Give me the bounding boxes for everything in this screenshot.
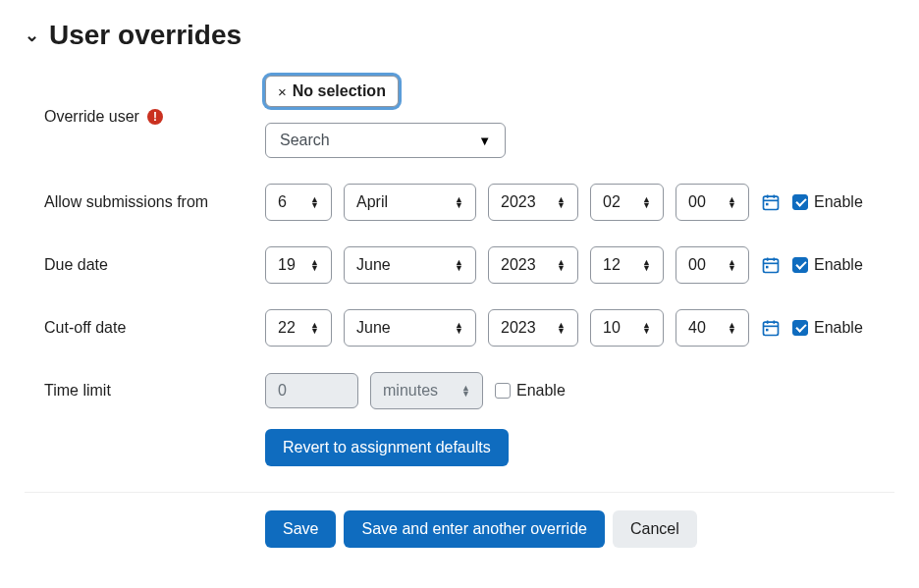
time-limit-enable-checkbox[interactable]: [495, 383, 511, 399]
allow-from-hour-select[interactable]: 02▲▼: [590, 184, 664, 221]
cutoff-minute-select[interactable]: 40▲▼: [676, 309, 749, 347]
user-selection-text: No selection: [293, 82, 386, 100]
due-date-label: Due date: [44, 256, 108, 274]
time-limit-enable-label[interactable]: Enable: [495, 382, 566, 400]
due-date-hour-select[interactable]: 12▲▼: [590, 246, 664, 284]
allow-from-enable-label[interactable]: Enable: [792, 193, 863, 211]
svg-rect-4: [766, 203, 769, 206]
svg-rect-14: [766, 329, 769, 332]
cutoff-enable-checkbox[interactable]: [792, 320, 808, 336]
cutoff-hour-select[interactable]: 10▲▼: [590, 309, 664, 347]
sort-icon: ▲▼: [557, 322, 566, 334]
allow-from-label: Allow submissions from: [44, 193, 208, 211]
override-user-label: Override user: [44, 108, 139, 126]
sort-icon: ▲▼: [728, 322, 736, 334]
allow-from-enable-checkbox[interactable]: [792, 194, 808, 210]
time-limit-unit-select[interactable]: minutes▲▼: [370, 372, 483, 409]
allow-from-month-select[interactable]: April▲▼: [344, 184, 476, 221]
divider: [25, 492, 894, 493]
section-toggle[interactable]: ⌄ User overrides: [25, 20, 894, 51]
chevron-down-icon: ⌄: [25, 27, 39, 44]
save-button[interactable]: Save: [265, 510, 336, 548]
sort-icon: ▲▼: [455, 322, 463, 334]
due-date-minute-select[interactable]: 00▲▼: [676, 246, 749, 284]
user-search-input[interactable]: Search ▼: [265, 123, 506, 158]
cutoff-year-select[interactable]: 2023▲▼: [488, 309, 578, 347]
save-another-button[interactable]: Save and enter another override: [344, 510, 604, 548]
allow-from-minute-select[interactable]: 00▲▼: [676, 184, 749, 221]
sort-icon: ▲▼: [310, 259, 319, 271]
sort-icon: ▲▼: [310, 196, 319, 208]
cutoff-label: Cut-off date: [44, 319, 126, 337]
svg-rect-10: [764, 322, 779, 335]
sort-icon: ▲▼: [557, 259, 566, 271]
due-date-enable-label[interactable]: Enable: [792, 256, 863, 274]
calendar-icon[interactable]: [761, 192, 781, 212]
allow-from-day-select[interactable]: 6▲▼: [265, 184, 332, 221]
dropdown-icon: ▼: [478, 134, 491, 148]
sort-icon: ▲▼: [455, 259, 463, 271]
user-selection-badge[interactable]: × No selection: [265, 76, 399, 107]
allow-from-year-select[interactable]: 2023▲▼: [488, 184, 578, 221]
sort-icon: ▲▼: [461, 385, 470, 397]
sort-icon: ▲▼: [728, 196, 736, 208]
svg-rect-9: [766, 266, 769, 269]
search-placeholder: Search: [280, 132, 330, 149]
sort-icon: ▲▼: [642, 322, 651, 334]
sort-icon: ▲▼: [642, 259, 651, 271]
sort-icon: ▲▼: [728, 259, 736, 271]
calendar-icon[interactable]: [761, 318, 781, 338]
time-limit-label: Time limit: [44, 382, 111, 400]
svg-rect-0: [764, 196, 779, 209]
sort-icon: ▲▼: [455, 196, 463, 208]
due-date-month-select[interactable]: June▲▼: [344, 246, 476, 284]
sort-icon: ▲▼: [557, 196, 566, 208]
cutoff-enable-label[interactable]: Enable: [792, 319, 863, 337]
due-date-year-select[interactable]: 2023▲▼: [488, 246, 578, 284]
svg-rect-5: [764, 259, 779, 272]
cutoff-day-select[interactable]: 22▲▼: [265, 309, 332, 347]
cancel-button[interactable]: Cancel: [613, 510, 697, 548]
sort-icon: ▲▼: [310, 322, 319, 334]
sort-icon: ▲▼: [642, 196, 651, 208]
due-date-day-select[interactable]: 19▲▼: [265, 246, 332, 284]
due-date-enable-checkbox[interactable]: [792, 257, 808, 273]
time-limit-value[interactable]: 0: [265, 373, 358, 408]
calendar-icon[interactable]: [761, 255, 781, 275]
required-icon: !: [147, 109, 163, 125]
section-heading: User overrides: [49, 20, 242, 51]
cutoff-month-select[interactable]: June▲▼: [344, 309, 476, 347]
close-icon: ×: [278, 83, 287, 100]
revert-defaults-button[interactable]: Revert to assignment defaults: [265, 429, 509, 466]
